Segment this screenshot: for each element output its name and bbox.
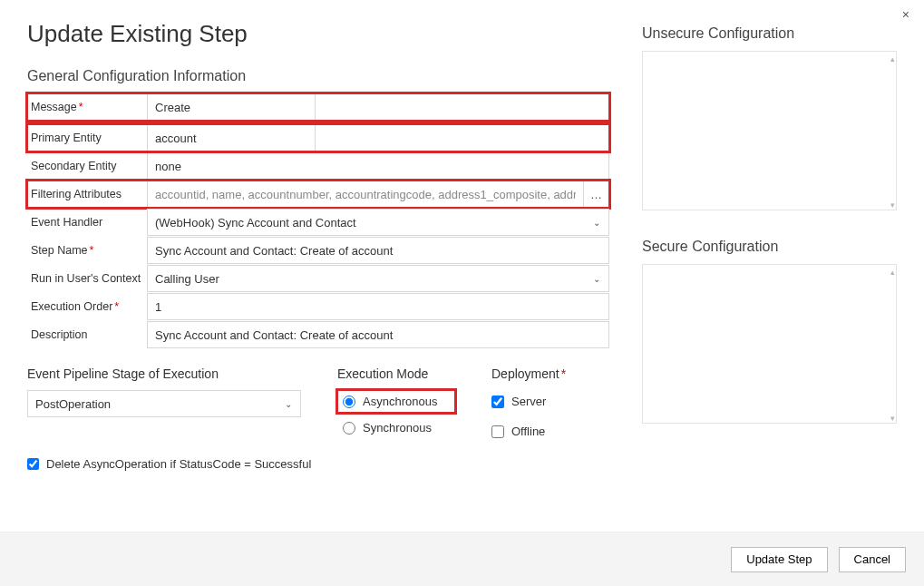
label-secondary-entity: Secondary Entity bbox=[27, 152, 147, 180]
filtering-attributes-lookup-button[interactable]: … bbox=[584, 181, 609, 208]
run-context-select[interactable] bbox=[147, 265, 609, 292]
secure-heading: Secure Configuration bbox=[642, 239, 897, 255]
scroll-down-icon: ▾ bbox=[890, 414, 895, 423]
row-description: Description bbox=[27, 321, 609, 348]
row-filtering-attributes: Filtering Attributes … bbox=[27, 181, 609, 208]
row-event-handler: Event Handler ⌄ bbox=[27, 209, 609, 236]
label-run-context: Run in User's Context bbox=[27, 265, 147, 292]
update-step-button[interactable]: Update Step bbox=[731, 547, 827, 572]
label-step-name: Step Name* bbox=[27, 237, 147, 264]
row-primary-entity: Primary Entity bbox=[27, 124, 609, 151]
server-label: Server bbox=[511, 395, 546, 408]
label-message: Message* bbox=[27, 93, 147, 121]
label-execution-order: Execution Order* bbox=[27, 293, 147, 320]
label-event-handler: Event Handler bbox=[27, 209, 147, 236]
description-input[interactable] bbox=[147, 321, 609, 348]
deployment-heading: Deployment* bbox=[491, 366, 609, 381]
label-filtering-attributes: Filtering Attributes bbox=[27, 181, 147, 208]
scroll-up-icon: ▴ bbox=[890, 54, 895, 63]
delete-async-row[interactable]: Delete AsyncOperation if StatusCode = Su… bbox=[27, 457, 609, 471]
pipeline-stage-select[interactable]: PostOperation bbox=[27, 390, 301, 417]
server-checkbox[interactable] bbox=[491, 396, 504, 408]
message-input[interactable] bbox=[147, 93, 316, 121]
page-title: Update Existing Step bbox=[27, 20, 609, 48]
delete-async-checkbox[interactable] bbox=[27, 458, 39, 470]
general-heading: General Configuration Information bbox=[27, 68, 609, 84]
deployment-server[interactable]: Server bbox=[491, 390, 609, 413]
unsecure-heading: Unsecure Configuration bbox=[642, 25, 897, 42]
label-description: Description bbox=[27, 321, 147, 348]
execution-mode-sync[interactable]: Synchronous bbox=[337, 416, 455, 439]
scroll-down-icon: ▾ bbox=[890, 200, 895, 210]
filtering-attributes-input[interactable] bbox=[147, 181, 584, 208]
row-run-context: Run in User's Context ⌄ bbox=[27, 265, 609, 292]
execution-mode-async[interactable]: Asynchronous bbox=[337, 390, 455, 413]
scroll-up-icon: ▴ bbox=[890, 268, 895, 277]
step-name-input[interactable] bbox=[147, 237, 609, 264]
close-icon[interactable]: × bbox=[897, 5, 915, 24]
cancel-button[interactable]: Cancel bbox=[839, 547, 906, 572]
offline-checkbox[interactable] bbox=[491, 425, 504, 438]
execution-mode-heading: Execution Mode bbox=[337, 366, 455, 381]
row-step-name: Step Name* bbox=[27, 237, 609, 264]
offline-label: Offline bbox=[511, 425, 545, 438]
delete-async-label: Delete AsyncOperation if StatusCode = Su… bbox=[46, 457, 311, 471]
sync-radio[interactable] bbox=[343, 422, 355, 435]
secondary-entity-input[interactable] bbox=[147, 152, 609, 180]
label-primary-entity: Primary Entity bbox=[27, 124, 147, 151]
unsecure-config-textarea[interactable] bbox=[642, 51, 897, 210]
row-secondary-entity: Secondary Entity bbox=[27, 152, 609, 180]
row-execution-order: Execution Order* bbox=[27, 293, 609, 320]
row-message: Message* bbox=[27, 93, 609, 121]
sync-label: Synchronous bbox=[363, 421, 432, 435]
footer: Update Step Cancel bbox=[0, 532, 924, 586]
async-label: Asynchronous bbox=[363, 395, 437, 408]
secure-config-textarea[interactable] bbox=[642, 264, 897, 424]
event-handler-select[interactable] bbox=[147, 209, 609, 236]
primary-entity-input[interactable] bbox=[147, 124, 316, 151]
pipeline-heading: Event Pipeline Stage of Execution bbox=[27, 366, 301, 381]
async-radio[interactable] bbox=[343, 396, 355, 408]
deployment-offline[interactable]: Offline bbox=[491, 420, 609, 443]
execution-order-input[interactable] bbox=[147, 293, 609, 320]
